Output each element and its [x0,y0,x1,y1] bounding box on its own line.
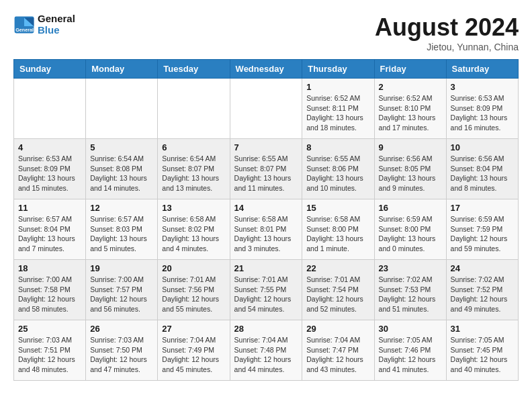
day-cell: 18Sunrise: 7:00 AM Sunset: 7:58 PM Dayli… [14,260,86,320]
day-info: Sunrise: 6:57 AM Sunset: 8:03 PM Dayligh… [90,214,153,254]
weekday-header-wednesday: Wednesday [230,60,302,79]
day-number: 21 [234,263,298,273]
week-row-5: 25Sunrise: 7:03 AM Sunset: 7:51 PM Dayli… [14,320,519,381]
day-cell: 26Sunrise: 7:03 AM Sunset: 7:50 PM Dayli… [86,320,158,381]
day-cell: 10Sunrise: 6:56 AM Sunset: 8:04 PM Dayli… [446,139,518,199]
day-number: 30 [379,324,442,334]
weekday-header-thursday: Thursday [302,60,374,79]
day-cell [14,79,86,139]
logo: General General Blue [13,13,75,36]
weekday-header-sunday: Sunday [14,60,86,79]
day-number: 15 [306,203,369,213]
day-cell: 23Sunrise: 7:02 AM Sunset: 7:53 PM Dayli… [374,260,446,320]
week-row-4: 18Sunrise: 7:00 AM Sunset: 7:58 PM Dayli… [14,260,519,320]
day-number: 28 [234,324,298,334]
day-cell [158,79,230,139]
day-cell: 30Sunrise: 7:05 AM Sunset: 7:46 PM Dayli… [374,320,446,381]
day-number: 2 [379,82,442,92]
day-number: 4 [18,142,81,152]
day-number: 23 [379,263,442,273]
day-cell: 6Sunrise: 6:54 AM Sunset: 8:07 PM Daylig… [158,139,230,199]
day-info: Sunrise: 6:58 AM Sunset: 8:01 PM Dayligh… [234,214,298,254]
day-number: 26 [90,324,153,334]
day-number: 22 [306,263,369,273]
day-cell: 25Sunrise: 7:03 AM Sunset: 7:51 PM Dayli… [14,320,86,381]
day-number: 20 [162,263,225,273]
day-cell: 31Sunrise: 7:05 AM Sunset: 7:45 PM Dayli… [446,320,518,381]
day-number: 9 [379,142,442,152]
day-info: Sunrise: 6:58 AM Sunset: 8:02 PM Dayligh… [162,214,225,254]
day-info: Sunrise: 6:56 AM Sunset: 8:05 PM Dayligh… [379,154,442,193]
day-cell: 16Sunrise: 6:59 AM Sunset: 8:00 PM Dayli… [374,199,446,260]
day-number: 25 [18,324,81,334]
day-number: 6 [162,142,225,152]
day-cell: 1Sunrise: 6:52 AM Sunset: 8:11 PM Daylig… [302,79,374,139]
day-number: 11 [18,203,81,213]
day-info: Sunrise: 6:57 AM Sunset: 8:04 PM Dayligh… [18,214,81,254]
day-cell: 28Sunrise: 7:04 AM Sunset: 7:48 PM Dayli… [230,320,302,381]
day-number: 13 [162,203,225,213]
day-info: Sunrise: 7:04 AM Sunset: 7:48 PM Dayligh… [234,335,298,375]
weekday-header-monday: Monday [86,60,158,79]
day-info: Sunrise: 6:58 AM Sunset: 8:00 PM Dayligh… [306,214,369,254]
day-number: 1 [306,82,369,92]
day-info: Sunrise: 6:59 AM Sunset: 8:00 PM Dayligh… [379,214,442,254]
day-number: 5 [90,142,153,152]
day-info: Sunrise: 6:52 AM Sunset: 8:11 PM Dayligh… [306,93,369,133]
day-number: 3 [451,82,514,92]
weekday-header-friday: Friday [374,60,446,79]
day-info: Sunrise: 6:54 AM Sunset: 8:07 PM Dayligh… [162,154,225,193]
day-info: Sunrise: 7:01 AM Sunset: 7:54 PM Dayligh… [306,275,369,314]
day-number: 19 [90,263,153,273]
day-cell: 12Sunrise: 6:57 AM Sunset: 8:03 PM Dayli… [86,199,158,260]
logo-text-line1: General [38,13,75,25]
day-cell: 13Sunrise: 6:58 AM Sunset: 8:02 PM Dayli… [158,199,230,260]
day-number: 31 [451,324,514,334]
day-number: 17 [451,203,514,213]
day-number: 8 [306,142,369,152]
day-info: Sunrise: 7:02 AM Sunset: 7:53 PM Dayligh… [379,275,442,314]
day-number: 27 [162,324,225,334]
day-cell: 4Sunrise: 6:53 AM Sunset: 8:09 PM Daylig… [14,139,86,199]
day-info: Sunrise: 6:55 AM Sunset: 8:06 PM Dayligh… [306,154,369,193]
day-cell: 8Sunrise: 6:55 AM Sunset: 8:06 PM Daylig… [302,139,374,199]
day-cell: 22Sunrise: 7:01 AM Sunset: 7:54 PM Dayli… [302,260,374,320]
weekday-header-row: SundayMondayTuesdayWednesdayThursdayFrid… [14,60,519,79]
logo-text-line2: Blue [38,25,75,36]
day-info: Sunrise: 7:03 AM Sunset: 7:51 PM Dayligh… [18,335,81,375]
weekday-header-saturday: Saturday [446,60,518,79]
day-info: Sunrise: 7:00 AM Sunset: 7:58 PM Dayligh… [18,275,81,314]
week-row-3: 11Sunrise: 6:57 AM Sunset: 8:04 PM Dayli… [14,199,519,260]
location-subtitle: Jietou, Yunnan, China [375,42,519,52]
day-info: Sunrise: 7:05 AM Sunset: 7:45 PM Dayligh… [451,335,514,375]
day-info: Sunrise: 7:01 AM Sunset: 7:55 PM Dayligh… [234,275,298,314]
day-cell: 5Sunrise: 6:54 AM Sunset: 8:08 PM Daylig… [86,139,158,199]
day-number: 16 [379,203,442,213]
day-info: Sunrise: 6:52 AM Sunset: 8:10 PM Dayligh… [379,93,442,133]
day-cell [230,79,302,139]
logo-icon: General [13,15,35,34]
day-info: Sunrise: 6:55 AM Sunset: 8:07 PM Dayligh… [234,154,298,193]
day-number: 14 [234,203,298,213]
day-info: Sunrise: 6:59 AM Sunset: 7:59 PM Dayligh… [451,214,514,254]
day-cell: 3Sunrise: 6:53 AM Sunset: 8:09 PM Daylig… [446,79,518,139]
day-cell: 7Sunrise: 6:55 AM Sunset: 8:07 PM Daylig… [230,139,302,199]
day-info: Sunrise: 7:02 AM Sunset: 7:52 PM Dayligh… [451,275,514,314]
day-number: 7 [234,142,298,152]
day-cell: 20Sunrise: 7:01 AM Sunset: 7:56 PM Dayli… [158,260,230,320]
svg-text:General: General [15,27,34,33]
day-number: 18 [18,263,81,273]
day-cell: 14Sunrise: 6:58 AM Sunset: 8:01 PM Dayli… [230,199,302,260]
day-cell: 27Sunrise: 7:04 AM Sunset: 7:49 PM Dayli… [158,320,230,381]
calendar-table: SundayMondayTuesdayWednesdayThursdayFrid… [13,59,519,381]
day-info: Sunrise: 6:54 AM Sunset: 8:08 PM Dayligh… [90,154,153,193]
day-cell: 24Sunrise: 7:02 AM Sunset: 7:52 PM Dayli… [446,260,518,320]
day-info: Sunrise: 6:53 AM Sunset: 8:09 PM Dayligh… [451,93,514,133]
day-info: Sunrise: 6:56 AM Sunset: 8:04 PM Dayligh… [451,154,514,193]
day-info: Sunrise: 7:04 AM Sunset: 7:49 PM Dayligh… [162,335,225,375]
weekday-header-tuesday: Tuesday [158,60,230,79]
day-cell: 11Sunrise: 6:57 AM Sunset: 8:04 PM Dayli… [14,199,86,260]
title-area: August 2024 Jietou, Yunnan, China [375,13,519,52]
header: General General Blue August 2024 Jietou,… [13,13,519,52]
day-cell: 2Sunrise: 6:52 AM Sunset: 8:10 PM Daylig… [374,79,446,139]
